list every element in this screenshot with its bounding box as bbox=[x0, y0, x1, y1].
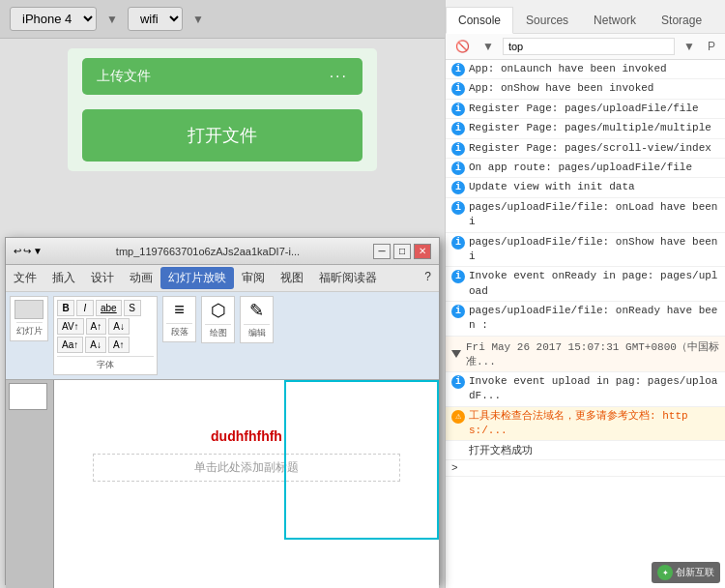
console-text-7: Update view with init data bbox=[469, 180, 719, 194]
settings-btn[interactable]: P bbox=[704, 38, 719, 55]
info-icon-4: i bbox=[451, 122, 465, 135]
wifi-select[interactable]: wifi bbox=[128, 7, 183, 31]
console-line-3: i Register Page: pages/uploadFile/file bbox=[446, 100, 725, 119]
slide-thumbnail[interactable] bbox=[9, 383, 47, 410]
word-menu: 文件 插入 设计 动画 幻灯片放映 审阅 视图 福昕阅读器 ? bbox=[6, 265, 439, 292]
console-section-header: Fri May 26 2017 15:07:31 GMT+0800（中国标准..… bbox=[446, 337, 725, 372]
invoke-text: Invoke event upload in pag: pages/upload… bbox=[469, 374, 719, 404]
font-color-btn[interactable]: A↓ bbox=[108, 318, 130, 335]
font-case-btn[interactable]: Aa↑ bbox=[57, 337, 83, 353]
console-text-4: Register Page: pages/multiple/multiple bbox=[469, 121, 719, 135]
paragraph-group-label: 段落 bbox=[166, 323, 192, 338]
menu-view[interactable]: 视图 bbox=[273, 267, 311, 289]
filter-dropdown-btn[interactable]: ▼ bbox=[680, 38, 699, 55]
upload-titlebar: 上传文件 ··· bbox=[82, 58, 362, 95]
date-header: Fri May 26 2017 15:07:31 GMT+0800（中国标准..… bbox=[466, 339, 719, 368]
bold-btn[interactable]: B bbox=[57, 300, 74, 316]
slide-thumb-1 bbox=[14, 300, 44, 319]
wifi-dropdown-arrow: ▼ bbox=[192, 13, 204, 26]
warn-line: ⚠ 工具未检查合法域名，更多请参考文档: https:/... bbox=[446, 407, 725, 442]
tab-console[interactable]: Console bbox=[446, 7, 513, 34]
info-icon-1: i bbox=[451, 63, 465, 76]
info-icon-11: i bbox=[451, 305, 465, 318]
watermark: ✦ 创新互联 bbox=[652, 562, 720, 583]
info-icon-8: i bbox=[451, 201, 465, 215]
open-file-button[interactable]: 打开文件 bbox=[82, 109, 362, 162]
simulator-panel: iPhone 4 ▼ wifi ▼ 上传文件 ··· 打开文件 ↩ ↪ ▼ bbox=[0, 0, 445, 588]
word-title: tmp_1197663701o6zAJs2aa1kaDI7-i... bbox=[43, 246, 373, 257]
menu-file[interactable]: 文件 bbox=[6, 267, 44, 289]
console-line-2: i App: onShow have been invoked bbox=[446, 79, 725, 99]
console-line-5: i Register Page: pages/scroll-view/index bbox=[446, 139, 725, 159]
font-spacing-btn[interactable]: AV↑ bbox=[57, 318, 84, 335]
console-text-5: Register Page: pages/scroll-view/index bbox=[469, 141, 719, 156]
console-text-8: pages/uploadFile/file: onLoad have been … bbox=[469, 200, 719, 230]
console-line-7: i Update view with init data bbox=[446, 178, 725, 197]
console-text-2: App: onShow have been invoked bbox=[469, 81, 719, 96]
filter-btn[interactable]: ▼ bbox=[478, 38, 498, 55]
section-toggle-icon[interactable] bbox=[451, 350, 461, 358]
undo-icon[interactable]: ↩ bbox=[14, 246, 21, 256]
console-line-10: i Invoke event onReady in page: pages/up… bbox=[446, 267, 725, 302]
tab-sources[interactable]: Sources bbox=[513, 7, 581, 33]
close-button[interactable]: ✕ bbox=[414, 244, 431, 259]
info-icon-2: i bbox=[451, 82, 465, 96]
maximize-button[interactable]: □ bbox=[393, 244, 411, 259]
upload-title-text: 上传文件 bbox=[97, 68, 151, 85]
menu-animation[interactable]: 动画 bbox=[122, 267, 160, 289]
word-main-content: dudhfhfhfh 单击此处添加副标题 bbox=[54, 380, 439, 588]
info-icon-10: i bbox=[451, 270, 465, 283]
word-ribbon: 幻灯片 B I abe S AV↑ A↑ A↓ Aa↑ A↓ A↑ bbox=[6, 292, 439, 380]
italic-btn[interactable]: I bbox=[76, 300, 94, 316]
devtools-panel: Console Sources Network Storage 🚫 ▼ ▼ P … bbox=[445, 0, 725, 588]
devtools-toolbar: 🚫 ▼ ▼ P bbox=[446, 34, 725, 60]
font-size-down-btn[interactable]: A↓ bbox=[85, 337, 106, 353]
console-text-3: Register Page: pages/uploadFile/file bbox=[469, 102, 719, 116]
tab-network[interactable]: Network bbox=[581, 7, 649, 33]
devtools-tabs: Console Sources Network Storage bbox=[446, 0, 725, 34]
watermark-text: 创新互联 bbox=[676, 566, 714, 579]
minimize-button[interactable]: ─ bbox=[373, 244, 391, 259]
success-line: 打开文档成功 bbox=[446, 441, 725, 460]
info-icon-invoke: i bbox=[451, 375, 465, 389]
menu-design[interactable]: 设计 bbox=[83, 267, 122, 289]
strikethrough-btn[interactable]: S bbox=[124, 300, 141, 316]
word-window: ↩ ↪ ▼ tmp_1197663701o6zAJs2aa1kaDI7-i...… bbox=[5, 237, 440, 585]
watermark-icon: ✦ bbox=[657, 565, 673, 580]
console-line-9: i pages/uploadFile/file: onShow have bee… bbox=[446, 233, 725, 268]
word-window-controls: ─ □ ✕ bbox=[373, 244, 431, 259]
paragraph-icon: ≡ bbox=[166, 300, 192, 320]
simulator-toolbar: iPhone 4 ▼ wifi ▼ bbox=[0, 0, 445, 39]
console-line-8: i pages/uploadFile/file: onLoad have bee… bbox=[446, 198, 725, 233]
menu-slideshow[interactable]: 幻灯片放映 bbox=[160, 267, 234, 289]
filter-input[interactable] bbox=[503, 38, 675, 55]
device-select[interactable]: iPhone 4 bbox=[10, 7, 97, 31]
upload-section: 上传文件 ··· 打开文件 bbox=[68, 48, 377, 171]
console-line-1: i App: onLaunch have been invoked bbox=[446, 60, 725, 79]
underline-btn[interactable]: abe bbox=[96, 300, 122, 316]
redo-icon[interactable]: ↪ bbox=[23, 246, 31, 256]
edit-icon: ✎ bbox=[244, 300, 270, 321]
console-text-6: On app route: pages/uploadFile/file bbox=[469, 161, 719, 175]
console-line-6: i On app route: pages/uploadFile/file bbox=[446, 159, 725, 178]
prompt-line: > bbox=[446, 460, 725, 477]
slide-subtitle: 单击此处添加副标题 bbox=[93, 454, 400, 482]
menu-review[interactable]: 审阅 bbox=[234, 267, 273, 289]
menu-foxit[interactable]: 福昕阅读器 bbox=[311, 267, 385, 289]
edit-group-label: 编辑 bbox=[244, 324, 270, 339]
clear-format-btn[interactable]: A↑ bbox=[108, 337, 130, 353]
menu-help-icon[interactable]: ? bbox=[417, 267, 439, 289]
dropdown-arrow: ▼ bbox=[106, 13, 118, 26]
menu-insert[interactable]: 插入 bbox=[44, 267, 83, 289]
info-icon-9: i bbox=[451, 236, 465, 250]
clear-console-btn[interactable]: 🚫 bbox=[451, 38, 474, 55]
quick-access[interactable]: ▼ bbox=[33, 246, 43, 256]
console-line-11: i pages/uploadFile/file: onReady have be… bbox=[446, 302, 725, 337]
console-text-1: App: onLaunch have been invoked bbox=[469, 62, 719, 76]
console-line-4: i Register Page: pages/multiple/multiple bbox=[446, 119, 725, 138]
tab-storage[interactable]: Storage bbox=[649, 7, 714, 33]
slides-sidebar bbox=[6, 380, 54, 588]
info-icon-3: i bbox=[451, 103, 465, 116]
font-size-up-btn[interactable]: A↑ bbox=[86, 318, 107, 335]
info-icon-6: i bbox=[451, 162, 465, 175]
